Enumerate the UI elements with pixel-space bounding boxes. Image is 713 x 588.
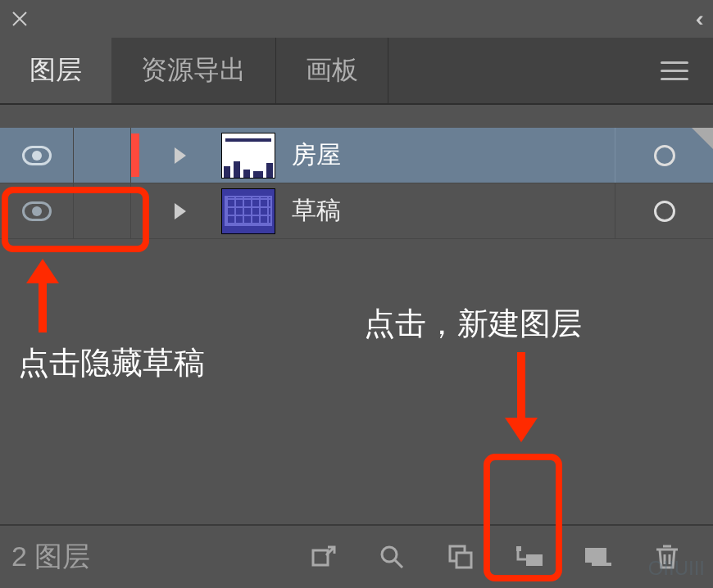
layers-list: 房屋 草稿 xyxy=(0,105,713,239)
collapse-panel-icon[interactable]: ‹‹ xyxy=(697,7,705,32)
layer-count-label: 2 图层 xyxy=(11,538,90,576)
new-sublayer-icon[interactable] xyxy=(495,526,564,588)
close-icon[interactable] xyxy=(8,7,31,30)
layer-row[interactable]: 房屋 xyxy=(0,128,713,183)
lock-toggle[interactable] xyxy=(74,128,131,183)
group-icon[interactable] xyxy=(426,526,495,588)
annotation-text-new-layer: 点击，新建图层 xyxy=(364,303,582,345)
svg-rect-0 xyxy=(313,550,328,565)
visibility-toggle[interactable] xyxy=(0,183,74,238)
svg-rect-3 xyxy=(456,553,471,568)
selection-corner-icon xyxy=(692,128,713,149)
lock-toggle[interactable] xyxy=(74,183,131,238)
svg-rect-5 xyxy=(516,546,521,551)
panel-tabs: 图层 资源导出 画板 xyxy=(0,38,713,105)
visibility-toggle[interactable] xyxy=(0,128,74,183)
panel-menu-icon[interactable] xyxy=(661,61,688,80)
tab-asset-export[interactable]: 资源导出 xyxy=(111,38,276,103)
new-layer-icon[interactable] xyxy=(564,526,633,588)
layer-thumbnail[interactable] xyxy=(221,188,275,234)
target-circle-icon xyxy=(654,201,675,222)
svg-marker-7 xyxy=(606,548,611,553)
tab-artboards[interactable]: 画板 xyxy=(276,38,388,103)
eye-icon xyxy=(22,146,52,165)
expand-toggle[interactable] xyxy=(139,128,221,183)
layers-bottombar: 2 图层 xyxy=(0,524,713,588)
tab-layers[interactable]: 图层 xyxy=(0,38,111,103)
target-circle-icon xyxy=(654,145,675,166)
svg-rect-4 xyxy=(526,554,543,566)
chevron-right-icon xyxy=(175,147,186,164)
layer-color-bar xyxy=(131,189,139,233)
chevron-right-icon xyxy=(175,203,186,219)
expand-toggle[interactable] xyxy=(139,183,221,238)
svg-rect-6 xyxy=(585,548,606,563)
target-toggle[interactable] xyxy=(615,183,713,238)
annotation-arrow-up xyxy=(26,259,59,332)
export-icon[interactable] xyxy=(288,526,357,588)
tab-spacer xyxy=(388,38,713,103)
eye-icon xyxy=(22,201,52,221)
layer-row[interactable]: 草稿 xyxy=(0,183,713,239)
layer-thumbnail[interactable] xyxy=(221,133,275,179)
delete-icon[interactable] xyxy=(633,526,702,588)
layer-color-bar xyxy=(131,133,139,178)
annotation-text-hide-draft: 点击隐藏草稿 xyxy=(18,342,205,384)
annotation-arrow-down xyxy=(505,352,538,442)
layer-name[interactable]: 草稿 xyxy=(292,194,615,228)
layer-name[interactable]: 房屋 xyxy=(292,138,615,172)
svg-point-1 xyxy=(382,547,397,562)
panel-topbar: ‹‹ xyxy=(0,0,713,38)
search-icon[interactable] xyxy=(357,526,426,588)
